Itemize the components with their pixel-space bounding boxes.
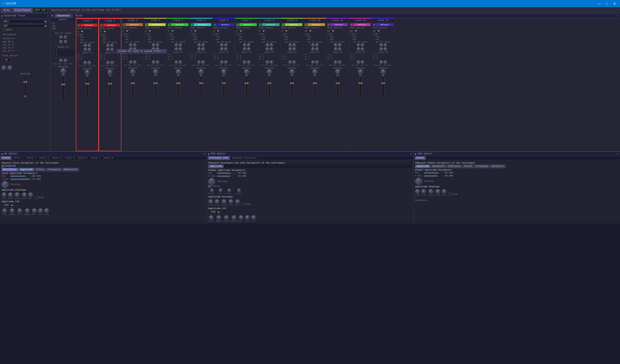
- track-fader-7[interactable]: [223, 76, 225, 97]
- pad-amplitude-tab[interactable]: Amplitude: [208, 165, 224, 168]
- sys-fx-3[interactable]: sys fx 3: [2, 47, 49, 50]
- track-vel-sns-2[interactable]: [106, 61, 110, 64]
- track-sfx3-14[interactable]: [379, 47, 383, 51]
- track-fader-thumb-3[interactable]: [131, 82, 135, 84]
- null-select[interactable]: NULL: [3, 20, 48, 23]
- pad-lfo-start-knob[interactable]: [224, 215, 229, 220]
- track-fader-thumb-8[interactable]: [245, 82, 249, 84]
- track-vel-sns-11[interactable]: [311, 60, 315, 64]
- sub-overtones-tab[interactable]: Overtones: [447, 165, 462, 168]
- track-ad-cb-13[interactable]: [350, 33, 352, 35]
- ad-modulation-tab[interactable]: Modulation: [62, 168, 79, 171]
- track-cb-1[interactable]: ✓: [77, 24, 80, 27]
- ad-ddt-knob[interactable]: [8, 192, 13, 197]
- track-fader-9[interactable]: [268, 76, 270, 97]
- track-sfx2-5[interactable]: [179, 43, 182, 47]
- track-sfx4-10[interactable]: [292, 47, 296, 51]
- track-sfx4-12[interactable]: [338, 47, 341, 51]
- sub-str-knob[interactable]: [442, 189, 446, 194]
- track-sfx2-3[interactable]: [133, 43, 137, 47]
- track-ad-cb-2[interactable]: [100, 34, 102, 36]
- track-cb-5[interactable]: ✓: [168, 24, 170, 26]
- ad-global-tab[interactable]: Global: [1, 156, 12, 160]
- pad-envelopes-tab[interactable]: Envelopes LFOs: [208, 156, 230, 160]
- track-sfx1-6[interactable]: [197, 43, 201, 47]
- track-pan-knob-1[interactable]: [85, 70, 90, 75]
- ad-voice3-tab[interactable]: Voice 3: [38, 156, 50, 160]
- track-vel-ofs-10[interactable]: [292, 60, 296, 64]
- sub-editor-close[interactable]: ✕: [617, 152, 618, 155]
- pad-lfo-str-knob[interactable]: [239, 215, 243, 220]
- track-pan-knob-2[interactable]: [108, 70, 113, 75]
- track-fader-thumb-12[interactable]: [336, 82, 340, 84]
- ad-rdt-knob[interactable]: [22, 192, 27, 197]
- track-vel-ofs-4[interactable]: [156, 60, 159, 64]
- track-sfx1-11[interactable]: [311, 43, 315, 47]
- ad-voice6-tab[interactable]: Voice 6: [76, 156, 89, 160]
- pad-lfo-depth-knob[interactable]: [217, 215, 221, 220]
- track-vel-sns-6[interactable]: [197, 60, 201, 64]
- track-cb-4[interactable]: ✓: [145, 24, 148, 26]
- track-sfx4-8[interactable]: [247, 47, 250, 51]
- pad-harmonic-tab[interactable]: Harmonic structure: [230, 156, 258, 160]
- track-vel-ofs-9[interactable]: [270, 60, 273, 64]
- track-vel-sns-10[interactable]: [288, 60, 292, 64]
- track-vel-sns-8[interactable]: [243, 60, 246, 64]
- pad-stereo-cb[interactable]: ✓: [208, 185, 211, 188]
- track-sfx1-4[interactable]: [152, 43, 155, 47]
- ad-editor-close[interactable]: ✕: [203, 152, 205, 155]
- master-fader-thumb[interactable]: [23, 81, 27, 83]
- track-sfx3-10[interactable]: [288, 47, 292, 51]
- pad-pstc-knob[interactable]: [227, 189, 231, 192]
- track-midi-select-3[interactable]: [124, 29, 129, 33]
- track-sfx4-9[interactable]: [270, 47, 273, 51]
- track-fader-thumb-6[interactable]: [199, 82, 203, 84]
- track-ad-cb-9[interactable]: [259, 33, 261, 35]
- track-vel-sns-9[interactable]: [266, 60, 269, 64]
- stop-button[interactable]: Stop: [1, 8, 12, 12]
- track-sfx3-11[interactable]: [311, 47, 315, 51]
- pad-pt-knob[interactable]: [219, 189, 222, 192]
- track-sfx2-14[interactable]: [383, 43, 387, 47]
- ad-oscillator-tab[interactable]: Oscillator: [2, 168, 18, 171]
- track-sfx3-13[interactable]: [357, 47, 360, 51]
- sub-global-tab[interactable]: Global: [415, 156, 426, 160]
- track-fader-thumb-14[interactable]: [381, 82, 385, 84]
- track-vel-sns-4[interactable]: [152, 60, 155, 64]
- track-vel-ofs-5[interactable]: [179, 60, 182, 64]
- track-midi-select-14[interactable]: [376, 29, 381, 33]
- track-cb-6[interactable]: ✓: [191, 24, 193, 26]
- sub-frequency-tab[interactable]: Frequency: [474, 165, 490, 168]
- track-pan-knob-7[interactable]: [221, 69, 226, 74]
- track-vel-sns-14[interactable]: [379, 60, 383, 64]
- track-cb-7[interactable]: ✓: [213, 24, 216, 26]
- track-midi-select-9[interactable]: [261, 29, 266, 33]
- track-vel-ofs-14[interactable]: [383, 60, 387, 64]
- track-sfx1-7[interactable]: [220, 43, 224, 47]
- ad-vol-slider[interactable]: [10, 175, 30, 177]
- track-sfx2-1[interactable]: [88, 44, 91, 47]
- track-sfx1-3[interactable]: [129, 43, 133, 47]
- track-midi-select-6[interactable]: [193, 29, 198, 33]
- track-fader-thumb-7[interactable]: [222, 82, 226, 84]
- maximize-button[interactable]: □: [603, 0, 610, 7]
- track-pan-knob-13[interactable]: [358, 69, 363, 74]
- track-fader-4[interactable]: [155, 76, 157, 97]
- tab-sequencer[interactable]: Sequencer: [54, 14, 73, 18]
- track-sfx4-3[interactable]: [133, 47, 137, 51]
- fine-detune-value[interactable]: 00: [3, 58, 10, 62]
- sub-harmonics-tab[interactable]: Harmonics: [490, 165, 506, 168]
- track-sfx2-9[interactable]: [270, 43, 273, 47]
- track-midi-select-1[interactable]: [79, 30, 84, 33]
- pad-adt-knob[interactable]: [208, 199, 213, 204]
- sys-fx-1[interactable]: sys fx 1: [2, 40, 49, 43]
- sub-panning-knob[interactable]: [415, 178, 422, 185]
- track-sfx2-7[interactable]: [224, 43, 228, 47]
- track-ad-cb-14[interactable]: [373, 33, 375, 35]
- sub-filter-tab[interactable]: Filter: [462, 165, 474, 168]
- track-pan-knob-11[interactable]: [312, 69, 317, 74]
- master-knob-1-control[interactable]: [2, 65, 6, 70]
- sequencer-close[interactable]: ✕: [617, 14, 619, 17]
- track-fader-10[interactable]: [291, 76, 293, 97]
- track-pan-knob-10[interactable]: [290, 69, 295, 74]
